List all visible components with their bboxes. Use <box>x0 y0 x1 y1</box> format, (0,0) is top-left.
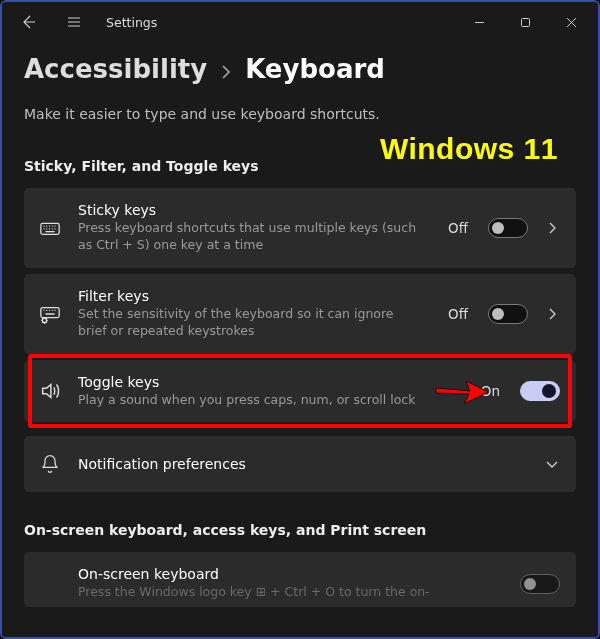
minimize-button[interactable] <box>456 6 502 38</box>
setting-row-onscreen-keyboard[interactable]: On-screen keyboard Press the Windows log… <box>24 552 576 607</box>
maximize-button[interactable] <box>502 6 548 38</box>
chevron-right-icon[interactable] <box>544 308 560 320</box>
toggle-state-label: On <box>481 383 500 399</box>
toggle-keys-toggle[interactable] <box>520 381 560 401</box>
titlebar: Settings <box>2 2 598 42</box>
hamburger-menu-button[interactable] <box>56 6 92 38</box>
setting-row-notification-preferences[interactable]: Notification preferences <box>24 436 576 492</box>
toggle-state-label: Off <box>448 306 468 322</box>
annotation-os-label: Windows 11 <box>380 132 558 166</box>
keyboard-gear-icon <box>38 303 62 325</box>
chevron-down-icon[interactable] <box>544 457 560 471</box>
setting-description: Press keyboard shortcuts that use multip… <box>78 220 424 254</box>
section-header-onscreen-keyboard: On-screen keyboard, access keys, and Pri… <box>24 522 576 538</box>
setting-title: Toggle keys <box>78 374 457 390</box>
page-subtitle: Make it easier to type and use keyboard … <box>24 106 576 122</box>
chevron-right-icon <box>219 59 233 84</box>
breadcrumb: Accessibility Keyboard <box>24 54 576 84</box>
back-button[interactable] <box>10 6 46 38</box>
setting-row-sticky-keys[interactable]: Sticky keys Press keyboard shortcuts tha… <box>24 188 576 268</box>
svg-rect-2 <box>41 307 59 317</box>
setting-description: Play a sound when you press caps, num, o… <box>78 392 457 409</box>
sound-icon <box>38 380 62 402</box>
setting-title: Sticky keys <box>78 202 424 218</box>
window-title: Settings <box>106 15 157 30</box>
close-button[interactable] <box>548 6 594 38</box>
setting-row-toggle-keys[interactable]: Toggle keys Play a sound when you press … <box>24 360 576 423</box>
svg-point-3 <box>42 318 46 322</box>
setting-title: On-screen keyboard <box>78 566 496 582</box>
filter-keys-toggle[interactable] <box>488 304 528 324</box>
svg-rect-0 <box>521 18 529 26</box>
keyboard-icon <box>38 217 62 239</box>
setting-title: Notification preferences <box>78 456 520 472</box>
sticky-keys-toggle[interactable] <box>488 218 528 238</box>
setting-row-filter-keys[interactable]: Filter keys Set the sensitivity of the k… <box>24 274 576 354</box>
onscreen-keyboard-toggle[interactable] <box>520 574 560 594</box>
breadcrumb-current: Keyboard <box>245 54 385 84</box>
toggle-state-label: Off <box>448 220 468 236</box>
bell-icon <box>38 454 62 474</box>
chevron-right-icon[interactable] <box>544 222 560 234</box>
setting-title: Filter keys <box>78 288 424 304</box>
breadcrumb-parent[interactable]: Accessibility <box>24 54 207 84</box>
content-area: Accessibility Keyboard Make it easier to… <box>2 42 598 637</box>
setting-description: Press the Windows logo key ⊞ + Ctrl + O … <box>78 584 496 601</box>
setting-description: Set the sensitivity of the keyboard so i… <box>78 306 424 340</box>
